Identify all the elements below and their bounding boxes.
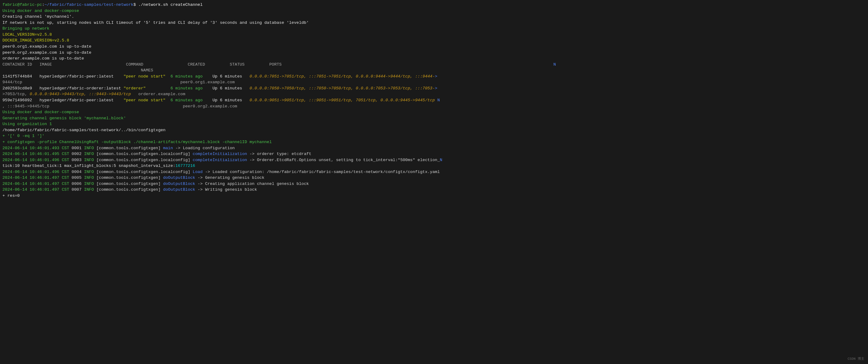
log-line-2: 2024-06-14 10:46:01.495 CST 0002 INFO [c…: [2, 151, 866, 157]
table-row-3b: , :::9445->9445/tcp peer0.org2.example.c…: [2, 103, 866, 110]
log-line-1: 2024-06-14 10:46:01.493 CST 0001 INFO [c…: [2, 145, 866, 151]
table-subheader: NAMES: [2, 67, 866, 73]
watermark: CSDN 博主: [847, 357, 864, 362]
line-docker-compose-1: Using docker and docker-compose: [2, 8, 866, 14]
log-line-6: 2024-06-14 10:46:01.497 CST 0006 INFO [c…: [2, 181, 866, 187]
line-docker-compose-2: Using docker and docker-compose: [2, 109, 866, 115]
line-peer0-org2: peer0.org2.example.com is up-to-date: [2, 50, 866, 56]
log-line-4: 2024-06-14 10:46:01.496 CST 0004 INFO [c…: [2, 169, 866, 175]
line-res: + res=0: [2, 193, 866, 199]
line-creating-channel: Creating channel 'mychannel'.: [2, 14, 866, 20]
line-gen-genesis: Generating channel genesis block 'mychan…: [2, 115, 866, 121]
line-docker-version: DOCKER_IMAGE_VERSION=v2.5.8: [2, 37, 866, 43]
table-row-2b: >7053/tcp, 0.0.0.0:9443->9443/tcp, :::94…: [2, 91, 866, 97]
line-plus-eq: + '[' 0 -eq 1 ']': [2, 133, 866, 139]
line-peer0-org1: peer0.org1.example.com is up-to-date: [2, 43, 866, 50]
line-configtxgen-path: /home/fabric/fabric/fabric-samples/test-…: [2, 127, 866, 133]
table-row-2: 2d02593cd8e9 hyperledger/fabric-orderer:…: [2, 85, 866, 92]
log-line-5: 2024-06-14 10:46:01.497 CST 0005 INFO [c…: [2, 175, 866, 181]
table-row-1b: 9444/tcp peer0.org1.example.com: [2, 79, 866, 85]
line-network-check: If network is not up, starting nodes wit…: [2, 20, 866, 26]
log-line-3: 2024-06-14 10:46:01.496 CST 0003 INFO [c…: [2, 157, 866, 163]
log-line-3b: tick:10 heartbeat_tick:1 max_inflight_bl…: [2, 163, 866, 169]
line-using-org1: Using organization 1: [2, 121, 866, 127]
terminal-window: fabric@fabric-pc:~/fabric/fabric-samples…: [0, 0, 868, 364]
line-plus-configtxgen: + configtxgen -profile ChannelUsingRaft …: [2, 139, 866, 145]
line-bringing-up: Bringing up network: [2, 26, 866, 32]
line-orderer: orderer.example.com is up-to-date: [2, 56, 866, 62]
table-header: CONTAINER ID IMAGE COMMAND CREATED STATU…: [2, 62, 866, 68]
table-row-3: 959e71496092 hyperledger/fabric-peer:lat…: [2, 97, 866, 103]
line-local-version: LOCAL_VERSION=v2.5.8: [2, 32, 866, 38]
table-row-1: 1141f5744b84 hyperledger/fabric-peer:lat…: [2, 73, 866, 80]
log-line-7: 2024-06-14 10:46:01.497 CST 0007 INFO [c…: [2, 187, 866, 193]
prompt-line-1: fabric@fabric-pc:~/fabric/fabric-samples…: [2, 2, 866, 8]
